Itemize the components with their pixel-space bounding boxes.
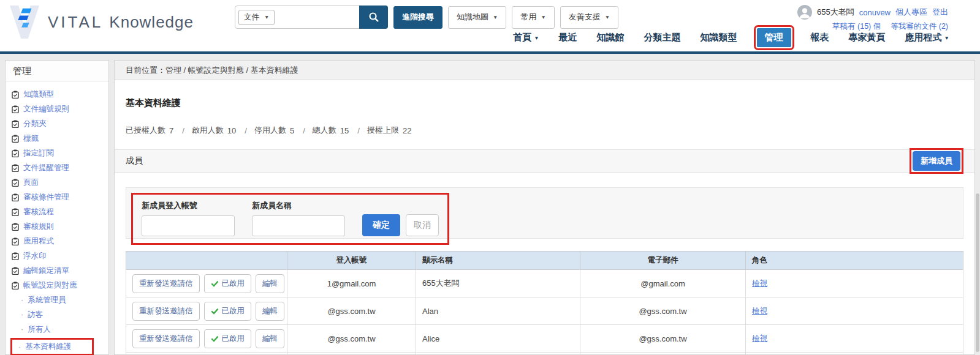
nav-item[interactable]: 知識館: [597, 32, 625, 43]
header-menu-label: 知識地圖: [457, 12, 488, 23]
enabled-status-button[interactable]: 已啟用: [204, 329, 252, 348]
advanced-search-button[interactable]: 進階搜尋: [393, 6, 443, 29]
email-cell: @gss.com.tw: [580, 325, 746, 353]
nav-item[interactable]: 應用程式▼: [905, 32, 949, 43]
sidebar-subitem[interactable]: ·所有人: [12, 322, 105, 337]
enabled-status-label: 已啟用: [222, 278, 245, 289]
clipboard-check-icon: [12, 282, 19, 290]
brand-name-vital: VITAL: [48, 13, 103, 32]
check-icon: [211, 280, 219, 288]
caret-down-icon: ▼: [605, 14, 610, 20]
member-stats: 已授權人數7/啟用人數10/停用人數5/總人數15/授權上限22: [126, 125, 974, 136]
cancel-button[interactable]: 取消: [406, 214, 439, 236]
caret-down-icon: ▼: [534, 35, 539, 41]
nav-item[interactable]: 報表: [811, 32, 829, 43]
sidebar-item[interactable]: 文件編號規則: [12, 102, 105, 116]
check-icon: [211, 307, 219, 315]
edit-button[interactable]: 編輯: [256, 329, 284, 348]
new-member-name-input[interactable]: [252, 215, 345, 236]
new-member-form-panel: 新成員登入帳號 新成員名稱 確定 取消: [126, 187, 963, 239]
scrollbar-thumb[interactable]: [976, 193, 979, 352]
nav-item[interactable]: 管理: [757, 28, 791, 47]
sidebar-item[interactable]: 標籤: [12, 131, 105, 146]
header-menu-button[interactable]: 常用▼: [512, 6, 554, 29]
brand-name: VITAL Knowledge: [48, 13, 194, 32]
stat-label: 已授權人數: [126, 125, 165, 136]
edit-button[interactable]: 編輯: [256, 274, 284, 293]
clipboard-check-icon: [12, 105, 19, 113]
nav-item[interactable]: 最近: [559, 32, 577, 43]
members-section-title: 成員: [126, 155, 143, 166]
sidebar-item[interactable]: 應用程式: [12, 234, 105, 248]
enabled-status-button[interactable]: 已啟用: [204, 302, 252, 321]
edit-button[interactable]: 編輯: [256, 302, 284, 321]
role-view-link[interactable]: 檢視: [752, 307, 767, 315]
user-username-link[interactable]: conuvew: [859, 8, 891, 17]
add-member-button[interactable]: 新增成員: [913, 151, 960, 171]
clipboard-check-icon: [12, 267, 19, 275]
caret-down-icon: ▼: [264, 14, 269, 20]
confirm-button[interactable]: 確定: [362, 214, 400, 236]
actions-cell: 重新發送邀請信 已啟用編輯: [126, 297, 287, 325]
stat-separator: /: [245, 126, 247, 135]
new-member-account-input[interactable]: [142, 215, 235, 236]
search-button[interactable]: [359, 6, 388, 29]
empty-cell: [126, 353, 287, 355]
search-input[interactable]: [275, 6, 359, 28]
header-menu-buttons: 知識地圖▼常用▼友善支援▼: [448, 6, 618, 29]
sidebar-subitem-label: 系統管理員: [28, 295, 66, 305]
resend-invite-button[interactable]: 重新發送邀請信: [132, 329, 200, 348]
stat-value: 5: [290, 126, 294, 135]
header-menu-label: 友善支援: [569, 12, 601, 23]
nav-item[interactable]: 知識類型: [701, 32, 737, 43]
sidebar-subitem-label: 基本資料維護: [25, 342, 71, 352]
stat-value: 10: [227, 126, 236, 135]
sidebar-subitem[interactable]: ·基本資料維護: [10, 338, 94, 355]
header-menu-button[interactable]: 友善支援▼: [560, 6, 618, 29]
sidebar-subitem[interactable]: ·訪客: [12, 307, 105, 322]
personal-area-link[interactable]: 個人專區: [895, 7, 927, 18]
role-view-link[interactable]: 檢視: [752, 334, 767, 343]
sidebar-item[interactable]: 文件提醒管理: [12, 160, 105, 175]
sidebar-item[interactable]: 帳號設定與對應: [12, 278, 105, 293]
enabled-status-button[interactable]: 已啟用: [204, 274, 252, 293]
resend-invite-button[interactable]: 重新發送邀請信: [132, 274, 200, 293]
stat-value: 22: [403, 126, 411, 135]
empty-cell: [580, 353, 746, 355]
sidebar-item[interactable]: 浮水印: [12, 248, 105, 263]
brand-name-knowledge: Knowledge: [109, 13, 194, 32]
sidebar-item[interactable]: 指定訂閱: [12, 146, 105, 160]
sidebar-item[interactable]: 知識類型: [12, 87, 105, 102]
role-cell: 檢視: [746, 325, 963, 353]
sidebar-item[interactable]: 編輯鎖定清單: [12, 263, 105, 278]
nav-item-label: 專家黃頁: [849, 32, 886, 43]
nav-item[interactable]: 分類主題: [644, 32, 681, 43]
nav-item[interactable]: 首頁▼: [513, 32, 539, 43]
sidebar-item[interactable]: 審核條件管理: [12, 190, 105, 204]
empty-cell: [416, 353, 580, 355]
resend-invite-button[interactable]: 重新發送邀請信: [132, 302, 200, 321]
nav-item[interactable]: 專家黃頁: [849, 32, 886, 43]
stat-value: 15: [340, 126, 349, 135]
sidebar-item-label: 浮水印: [23, 251, 47, 261]
clipboard-check-icon: [12, 179, 19, 187]
sidebar-subitem[interactable]: ·系統管理員: [12, 293, 105, 307]
new-member-form-annotation: 新成員登入帳號 新成員名稱 確定 取消: [131, 193, 449, 245]
magnifier-icon: [368, 12, 379, 23]
table-header-cell: [126, 252, 287, 270]
sidebar-item[interactable]: 審核流程: [12, 204, 105, 219]
sidebar-item[interactable]: 審核規則: [12, 219, 105, 234]
display-name-cell: Alice: [416, 325, 580, 353]
page-scrollbar[interactable]: [975, 56, 980, 355]
sidebar-item-label: 編輯鎖定清單: [23, 266, 69, 276]
sidebar-item-label: 知識類型: [23, 89, 54, 100]
sidebar-item-label: 文件編號規則: [23, 104, 69, 114]
logout-link[interactable]: 登出: [932, 7, 948, 18]
sidebar-item[interactable]: 分類夾: [12, 116, 105, 131]
header-menu-button[interactable]: 知識地圖▼: [448, 6, 506, 29]
role-view-link[interactable]: 檢視: [752, 279, 767, 288]
sidebar-item-label: 分類夾: [23, 119, 47, 129]
search-scope-select[interactable]: 文件 ▼: [238, 10, 275, 25]
sidebar-item[interactable]: 頁面: [12, 175, 105, 190]
sidebar-item-label: 帳號設定與對應: [23, 280, 77, 291]
